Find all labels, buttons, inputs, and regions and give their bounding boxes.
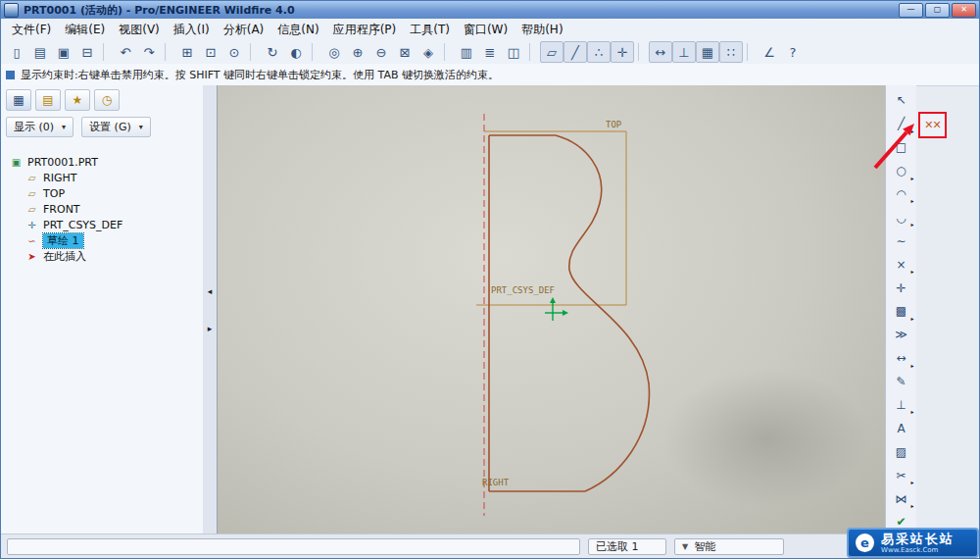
menu-item[interactable]: 编辑(E) [58,20,112,40]
dims-display-toggle[interactable]: ↔ [649,41,672,63]
use-edge-tool[interactable]: ▩ [888,300,915,323]
folder-browser-tab[interactable]: ▤ [35,89,61,111]
tree-item[interactable]: ✛ PRT_CSYS_DEF [1,217,203,232]
line-icon: ╱ [898,117,905,130]
tree-item[interactable]: ∽ 草绘 1 [1,232,203,248]
minimize-icon: — [907,5,915,14]
paste-button[interactable]: ⊡ [199,41,222,63]
dimension-tool[interactable]: ↔ [888,347,915,370]
grid-display-toggle[interactable]: ▦ [696,41,719,63]
menu-item[interactable]: 应用程序(P) [326,20,404,40]
constraint-tool[interactable]: ⊥ [888,394,915,417]
panel-sash[interactable]: ◂ ▸ [203,85,218,534]
open-button[interactable]: ▤ [28,41,52,63]
circle-tool[interactable]: ○ [888,160,915,182]
window-buttons: — ▢ ✕ [897,3,976,18]
line-tool[interactable]: ╱ [888,113,915,135]
find-button[interactable]: ⊙ [222,41,246,63]
rectangle-tool[interactable]: □ [888,136,915,159]
collapse-right-icon[interactable]: ▸ [208,324,213,333]
constraint-icon: ⊥ [678,45,689,60]
settings-dropdown[interactable]: 设置 (G) ▾ [81,117,151,137]
selection-filter-dropdown[interactable]: ▼ 智能 [674,538,784,555]
tree-item[interactable]: ▱ TOP [1,185,203,201]
redo-button[interactable]: ↷ [137,41,161,63]
datum-axes-toggle[interactable]: ╱ [564,41,587,63]
close-button[interactable]: ✕ [952,3,976,18]
selection-count-field: 已选取 1 [588,538,666,555]
print-button[interactable]: ⊟ [75,41,99,63]
modify-tool[interactable]: ✎ [888,371,915,393]
menu-item[interactable]: 文件(F) [5,20,58,40]
favorites-tab[interactable]: ★ [65,89,90,111]
offset-tool[interactable]: ≫ [888,324,915,346]
undo-button[interactable]: ↶ [114,41,137,63]
tree-item[interactable]: ▱ FRONT [1,201,203,217]
maximize-button[interactable]: ▢ [925,3,950,18]
menu-item[interactable]: 插入(I) [167,20,217,40]
menu-item[interactable]: 窗口(W) [457,20,514,40]
save-button[interactable]: ▣ [52,41,75,63]
vertices-display-toggle[interactable]: ∷ [719,41,743,63]
fillet-tool[interactable]: ◡ [888,206,915,229]
status-bar: 已选取 1 ▼ 智能 [1,534,979,558]
select-tool[interactable]: ↖ [888,89,915,112]
repaint-button[interactable]: ↻ [261,41,284,63]
toolbar-separator [312,43,318,61]
point-tool[interactable]: × [888,253,915,276]
sketch-orient-button[interactable]: ∠ [758,41,781,63]
zoom-in-button[interactable]: ⊕ [346,41,369,63]
context-help-button[interactable]: ? [781,41,805,63]
zoom-out-button[interactable]: ⊖ [369,41,393,63]
main-toolbar: ▯ ▤ ▣ ⊟ ↶ ↷ ⊞ ⊡ [1,40,979,65]
collapse-left-icon[interactable]: ◂ [208,286,213,296]
show-dropdown-label: 显示 (0) [14,120,54,134]
datum-plane-icon: ▱ [24,188,39,199]
graphics-canvas[interactable]: TOP PRT_CSYS_DEF RIGHT [217,85,886,534]
folder-icon: ▤ [42,93,53,107]
menu-item[interactable]: 工具(T) [403,20,457,40]
new-button[interactable]: ▯ [5,41,28,63]
csys-icon: ✛ [24,220,39,230]
highlighted-tool-button[interactable]: ✕✕ [918,112,947,138]
menu-item[interactable]: 帮助(H) [514,20,569,40]
shade-button[interactable]: ◐ [284,41,308,63]
show-dropdown[interactable]: 显示 (0) ▾ [6,117,74,137]
minimize-button[interactable]: — [899,3,923,18]
csys-tool[interactable]: ✛ [888,277,915,299]
datum-planes-toggle[interactable]: ▱ [540,41,564,63]
tree-item[interactable]: ➤ 在此插入 [1,248,203,264]
view-manager-button[interactable]: ◫ [502,41,525,63]
mirror-tool[interactable]: ⋈ [888,487,915,510]
model-tree-tab[interactable]: ▦ [6,89,31,111]
refit-button[interactable]: ⊠ [393,41,416,63]
palette-tool[interactable]: ▨ [888,440,915,463]
tree-item-label: 草绘 1 [43,233,83,248]
copy-button[interactable]: ⊞ [175,41,199,63]
text-tool[interactable]: A [888,417,915,439]
tree-item[interactable]: ▱ RIGHT [1,170,203,185]
tree-item[interactable]: ▣ PRT0001.PRT [1,154,203,170]
watermark-title: 易采站长站 [881,532,955,546]
menu-item[interactable]: 信息(N) [270,20,325,40]
datum-csys-toggle[interactable]: ✛ [611,41,634,63]
menu-item[interactable]: 视图(V) [112,20,167,40]
zoom-in-icon: ⊕ [353,45,364,60]
layers-button[interactable]: ≣ [478,41,502,63]
menu-item[interactable]: 分析(A) [217,20,271,40]
title-bar[interactable]: PRT0001 (活动的) - Pro/ENGINEER Wildfire 4.… [1,1,979,19]
insert-here-icon: ➤ [24,251,39,262]
spin-center-button[interactable]: ◎ [322,41,346,63]
datum-points-toggle[interactable]: ∴ [587,41,611,63]
saved-views-button[interactable]: ▥ [455,41,478,63]
spline-tool[interactable]: ∼ [888,229,915,252]
help-icon: ? [790,45,797,60]
reorient-button[interactable]: ◈ [416,41,440,63]
history-tab[interactable]: ◷ [94,89,120,111]
constraints-display-toggle[interactable]: ⊥ [672,41,696,63]
arc-tool[interactable]: ◠ [888,183,915,206]
trim-tool[interactable]: ✂ [888,464,915,486]
toolbar-separator [638,43,645,61]
circle-icon: ○ [896,164,906,178]
csys-icon: ✛ [896,281,906,295]
